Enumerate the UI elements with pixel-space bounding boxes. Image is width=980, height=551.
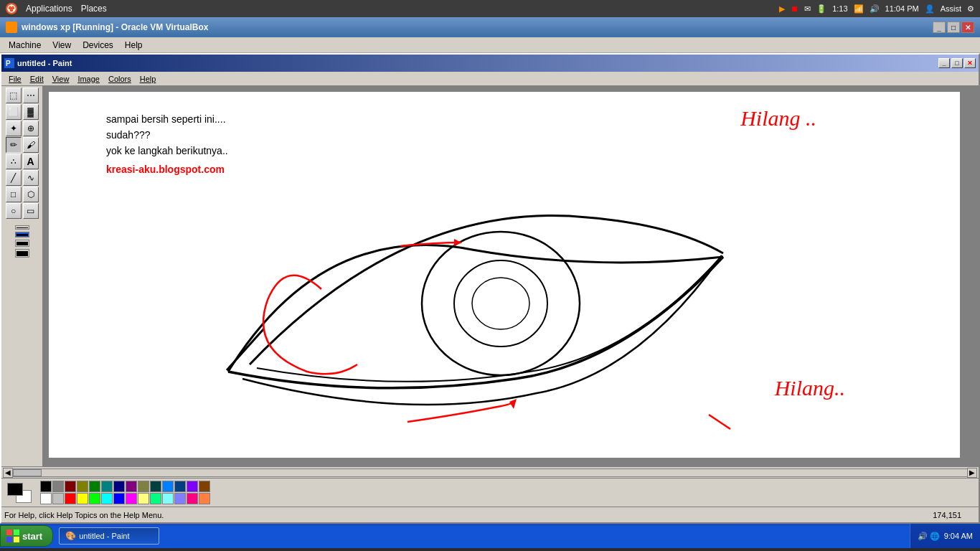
paint-menu-view[interactable]: View — [48, 74, 74, 84]
palette-dark-teal[interactable] — [150, 481, 161, 492]
brush-tool[interactable]: 🖌 — [23, 137, 39, 153]
poly-tool[interactable]: ⬡ — [23, 187, 39, 202]
palette-periwinkle[interactable] — [174, 493, 186, 504]
svg-rect-11 — [6, 529, 12, 535]
paint-menu-image[interactable]: Image — [73, 74, 104, 84]
tool-row-3: ✦ ⊕ — [6, 121, 39, 136]
taskbar-paint-label: untitled - Paint — [79, 532, 129, 540]
palette-yellow[interactable] — [77, 493, 88, 504]
curve-tool[interactable]: ∿ — [23, 170, 39, 186]
select-free-tool[interactable]: ⋯ — [23, 88, 39, 103]
palette-rose[interactable] — [187, 493, 198, 504]
places-menu[interactable]: Places — [81, 4, 107, 14]
stop-icon: ⏹ — [791, 4, 798, 13]
text-tool[interactable]: A — [23, 154, 39, 169]
paint-canvas[interactable]: sampai bersih seperti ini.... sudah??? y… — [49, 92, 960, 458]
palette-magenta[interactable] — [126, 493, 137, 504]
svg-marker-9 — [454, 239, 461, 246]
paint-toolbar: ⬚ ⋯ ⬜ ▓ ✦ ⊕ ✏ 🖌 ∴ A ╱ ∿ — [1, 86, 43, 466]
vbox-menu-help[interactable]: Help — [119, 39, 149, 52]
paint-window: P untitled - Paint _ □ ✕ File Edit View … — [0, 53, 980, 524]
magnify-tool[interactable]: ⊕ — [23, 121, 39, 136]
palette-brown[interactable] — [199, 481, 210, 492]
vbox-menu-devices[interactable]: Devices — [77, 39, 119, 52]
brush-size-2[interactable] — [15, 232, 29, 237]
palette-light-cyan[interactable] — [162, 493, 174, 504]
palette-dark-red[interactable] — [65, 481, 76, 492]
taskbar-paint-item[interactable]: 🎨 untitled - Paint — [59, 527, 159, 545]
status-help-text: For Help, click Help Topics on the Help … — [4, 511, 933, 519]
start-label: start — [22, 531, 42, 542]
ellipse-tool[interactable]: ○ — [6, 203, 22, 219]
paint-menubar: File Edit View Image Colors Help — [1, 72, 979, 86]
palette-lime[interactable] — [89, 493, 100, 504]
palette-cyan[interactable] — [101, 493, 113, 504]
eraser-tool[interactable]: ⬜ — [6, 104, 22, 120]
palette-white[interactable] — [40, 493, 52, 504]
palette-green[interactable] — [89, 481, 100, 492]
palette-teal[interactable] — [101, 481, 113, 492]
eyedropper-tool[interactable]: ✦ — [6, 121, 22, 136]
palette-spring-green[interactable] — [150, 493, 161, 504]
fill-tool[interactable]: ▓ — [23, 104, 39, 120]
palette-dark-yellow[interactable] — [138, 481, 149, 492]
brush-size-4[interactable] — [15, 249, 29, 258]
vbox-maximize-button[interactable]: □ — [947, 22, 960, 33]
palette-olive[interactable] — [77, 481, 88, 492]
brush-size-1[interactable] — [15, 225, 29, 230]
palette-violet[interactable] — [187, 481, 198, 492]
svg-point-6 — [422, 232, 580, 375]
wifi-icon: 📶 — [854, 4, 864, 14]
vbox-window-controls: _ □ ✕ — [933, 22, 974, 33]
pencil-tool[interactable]: ✏ — [6, 137, 22, 153]
rect-tool[interactable]: □ — [6, 187, 22, 202]
select-rect-tool[interactable]: ⬚ — [6, 88, 22, 103]
spray-tool[interactable]: ∴ — [6, 154, 22, 169]
paint-menu-colors[interactable]: Colors — [104, 74, 136, 84]
palette-navy[interactable] — [113, 481, 125, 492]
xp-taskbar: start 🎨 untitled - Paint 🔊 🌐 9:04 AM — [0, 524, 980, 548]
palette-black[interactable] — [40, 481, 52, 492]
palette-red[interactable] — [65, 493, 76, 504]
canvas-text-line1: sampai bersih seperti ini.... — [106, 113, 226, 125]
round-rect-tool[interactable]: ▭ — [23, 203, 39, 219]
start-button[interactable]: start — [0, 525, 53, 547]
palette-light-yellow[interactable] — [138, 493, 149, 504]
assist-label[interactable]: Assist — [941, 4, 961, 13]
paint-menu-edit[interactable]: Edit — [26, 74, 48, 84]
vbox-close-button[interactable]: ✕ — [961, 22, 974, 33]
palette-bright-blue[interactable] — [113, 493, 125, 504]
palette-silver[interactable] — [52, 493, 64, 504]
vbox-menu-machine[interactable]: Machine — [3, 39, 47, 52]
canvas-text-line3: yok ke langkah berikutnya.. — [106, 145, 228, 156]
paint-minimize-button[interactable]: _ — [938, 58, 950, 68]
paint-close-button[interactable]: ✕ — [964, 58, 976, 68]
vbox-minimize-button[interactable]: _ — [933, 22, 946, 33]
paint-menu-file[interactable]: File — [4, 74, 26, 84]
palette-gray[interactable] — [52, 481, 64, 492]
palette-orange[interactable] — [199, 493, 210, 504]
paint-content-area: ⬚ ⋯ ⬜ ▓ ✦ ⊕ ✏ 🖌 ∴ A ╱ ∿ — [1, 86, 979, 466]
vbox-titlebar: windows xp [Running] - Oracle VM Virtual… — [0, 17, 980, 37]
applications-menu[interactable]: Applications — [26, 4, 72, 14]
svg-marker-10 — [509, 399, 517, 409]
hilang-bottom-text: Hilang.. — [775, 376, 845, 400]
scroll-left-button[interactable]: ◀ — [3, 468, 13, 478]
paint-maximize-button[interactable]: □ — [951, 58, 963, 68]
paint-menu-help[interactable]: Help — [136, 74, 161, 84]
scroll-right-button[interactable]: ▶ — [967, 468, 977, 478]
vbox-title: windows xp [Running] - Oracle VM Virtual… — [22, 22, 933, 32]
settings-icon[interactable]: ⚙ — [967, 4, 974, 14]
palette-purple[interactable] — [126, 481, 137, 492]
canvas-text-line2: sudah??? — [106, 129, 151, 141]
palette-blue[interactable] — [162, 481, 174, 492]
paint-hscrollbar[interactable]: ◀ ▶ — [1, 466, 979, 478]
canvas-container[interactable]: sampai bersih seperti ini.... sudah??? y… — [43, 86, 979, 466]
foreground-color[interactable] — [7, 483, 23, 496]
line-tool[interactable]: ╱ — [6, 170, 22, 186]
vbox-menu-view[interactable]: View — [47, 39, 77, 52]
hscrollbar-thumb[interactable] — [13, 469, 42, 476]
current-colors — [7, 483, 32, 503]
palette-dark-blue[interactable] — [174, 481, 186, 492]
brush-size-3[interactable] — [15, 240, 29, 247]
